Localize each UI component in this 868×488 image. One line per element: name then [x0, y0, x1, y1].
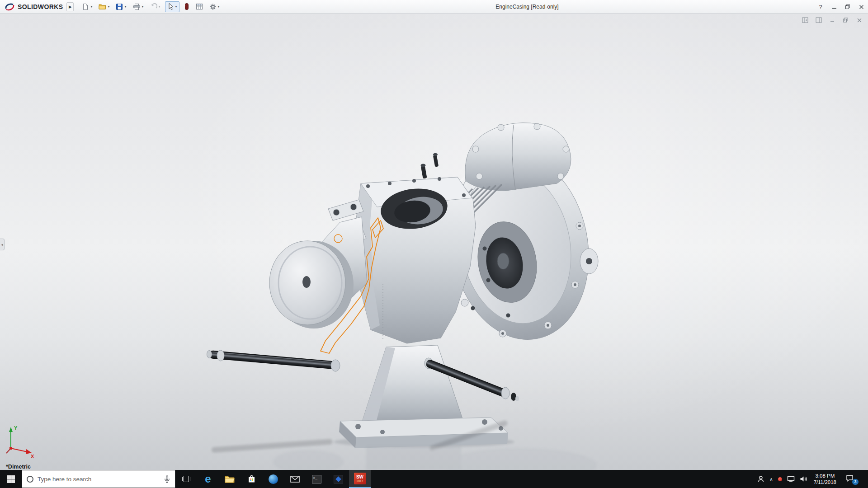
- people-icon[interactable]: [757, 475, 764, 483]
- pinned-app-dark-button[interactable]: [327, 470, 349, 488]
- task-view-icon: [182, 476, 190, 482]
- notification-badge: 3: [852, 479, 859, 485]
- appearance-button[interactable]: [182, 1, 191, 12]
- titlebar: SOLIDWORKS ▶ ▾ ▾ ▾ ▾: [0, 0, 868, 14]
- dropdown-icon[interactable]: ▾: [175, 5, 177, 9]
- clock-time: 3:08 PM: [815, 473, 835, 479]
- dropdown-icon[interactable]: ▾: [124, 5, 126, 9]
- search-input[interactable]: [38, 476, 160, 483]
- minimize-icon: [832, 5, 837, 9]
- undo-icon: [150, 3, 157, 10]
- open-folder-icon: [99, 3, 106, 10]
- panel-collapse-tab[interactable]: ◄: [0, 239, 5, 250]
- close-button[interactable]: [854, 0, 868, 14]
- sheet-options-button[interactable]: [194, 1, 205, 12]
- help-icon: ?: [819, 4, 822, 10]
- dropdown-icon[interactable]: ▾: [218, 5, 220, 9]
- circle-app-icon: [269, 474, 278, 484]
- flyout-icon: ▶: [69, 5, 72, 9]
- restore-icon: [845, 4, 850, 9]
- cortana-search-icon: [27, 476, 33, 483]
- dark-app-icon: [334, 475, 343, 483]
- doc-close-icon: [857, 18, 862, 23]
- task-view-button[interactable]: [175, 470, 197, 488]
- mail-envelope-icon: [290, 476, 300, 483]
- solidworks-app-button[interactable]: SW 2017: [349, 470, 371, 488]
- expand-feature-pane-button[interactable]: [802, 17, 808, 23]
- menu-flyout-button[interactable]: ▶: [66, 2, 74, 11]
- view-orientation-label: *Dimetric: [6, 464, 31, 470]
- microphone-icon[interactable]: [164, 475, 170, 483]
- new-document-button[interactable]: ▾: [80, 1, 94, 12]
- select-arrow-icon: [167, 3, 174, 10]
- handle-rod-left[interactable]: [207, 350, 340, 371]
- dropdown-icon[interactable]: ▾: [108, 5, 109, 9]
- command-prompt-icon: >_: [312, 475, 321, 483]
- edge-icon: e: [205, 474, 211, 484]
- dropdown-icon[interactable]: ▾: [142, 5, 144, 9]
- flywheel-disc[interactable]: [269, 217, 367, 328]
- action-center-button[interactable]: 3: [843, 473, 856, 485]
- new-document-icon: [82, 3, 89, 10]
- pane-left-icon: [802, 17, 808, 23]
- restore-button[interactable]: [841, 0, 854, 14]
- taskbar: e >_ SW 2017: [0, 470, 868, 488]
- clock-date: 7/11/2018: [814, 479, 836, 485]
- select-button[interactable]: ▾: [165, 1, 179, 12]
- start-button[interactable]: [0, 470, 22, 488]
- mail-button[interactable]: [284, 470, 306, 488]
- doc-close-button[interactable]: [856, 17, 863, 23]
- prompt-glyph: >_: [313, 476, 318, 480]
- doc-minimize-icon: [830, 18, 835, 23]
- triad-origin: [9, 447, 12, 450]
- sheet-grid-icon: [196, 3, 203, 10]
- window-controls: ?: [814, 0, 868, 14]
- windows-logo-icon: [7, 475, 15, 483]
- engine-casing-model[interactable]: [0, 14, 868, 470]
- dassault-logo-icon: [5, 3, 15, 11]
- orientation-triad: Y X: [4, 422, 37, 458]
- store-bag-icon: [247, 474, 256, 483]
- network-icon[interactable]: [787, 476, 795, 482]
- system-tray: ∧ 3:08 PM 7/11/2018 3: [757, 470, 868, 488]
- open-button[interactable]: ▾: [97, 1, 111, 12]
- options-button[interactable]: ▾: [208, 1, 222, 12]
- speaker-icon[interactable]: [800, 476, 807, 482]
- doc-restore-button[interactable]: [842, 17, 849, 23]
- minimize-button[interactable]: [827, 0, 841, 14]
- chevron-left-icon: ◄: [0, 243, 4, 246]
- file-explorer-button[interactable]: [219, 470, 241, 488]
- doc-minimize-button[interactable]: [829, 17, 835, 23]
- store-button[interactable]: [241, 470, 262, 488]
- document-window-controls: [802, 17, 863, 23]
- brand-text: SOLIDWORKS: [18, 3, 63, 10]
- taskbar-clock[interactable]: 3:08 PM 7/11/2018: [812, 473, 838, 485]
- show-hidden-icons-button[interactable]: ∧: [769, 477, 773, 482]
- save-button[interactable]: ▾: [114, 1, 128, 12]
- x-axis-label: X: [31, 454, 34, 458]
- print-icon: [133, 3, 141, 10]
- command-prompt-button[interactable]: >_: [306, 470, 327, 488]
- pinned-app-circle-button[interactable]: [262, 470, 284, 488]
- edge-button[interactable]: e: [197, 470, 219, 488]
- pane-right-icon: [816, 17, 822, 23]
- graphics-area[interactable]: ◄: [0, 14, 868, 470]
- expand-pane-button[interactable]: [815, 17, 822, 23]
- close-icon: [859, 5, 864, 9]
- y-axis-arrow-icon: [9, 427, 13, 432]
- dropdown-icon[interactable]: ▾: [90, 5, 92, 9]
- taskbar-search[interactable]: [22, 470, 175, 488]
- solidworks-resource-monitor-icon[interactable]: [778, 477, 782, 481]
- doc-restore-icon: [843, 17, 849, 23]
- gear-icon: [209, 3, 217, 10]
- help-button[interactable]: ?: [814, 0, 827, 14]
- appearance-icon: [184, 3, 189, 10]
- sw-year: 2017: [357, 479, 363, 483]
- save-icon: [116, 3, 123, 10]
- solidworks-logo: SOLIDWORKS: [0, 3, 66, 11]
- dropdown-icon[interactable]: ▾: [159, 5, 160, 9]
- y-axis-label: Y: [14, 425, 18, 431]
- undo-button[interactable]: ▾: [148, 1, 162, 12]
- print-button[interactable]: ▾: [131, 1, 146, 12]
- document-title: EngineCasing [Read-only]: [495, 0, 558, 14]
